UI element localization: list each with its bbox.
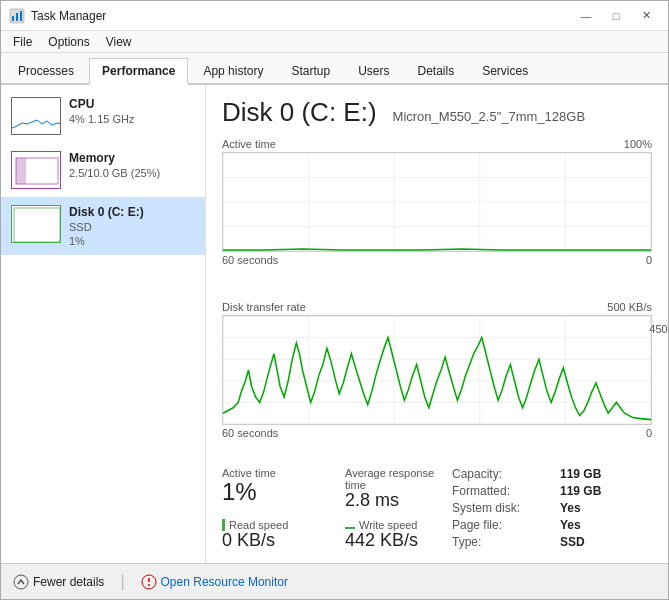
footer: Fewer details | Open Resource Monitor (1, 563, 668, 599)
active-time-svg (222, 152, 652, 252)
main-content: Disk 0 (C: E:) Micron_M550_2.5"_7mm_128G… (206, 85, 668, 563)
tab-services[interactable]: Services (469, 58, 541, 83)
memory-usage: 2.5/10.0 GB (25%) (69, 167, 195, 179)
tab-startup[interactable]: Startup (278, 58, 343, 83)
stats-right: Capacity: 119 GB Formatted: 119 GB Syste… (452, 467, 652, 551)
read-speed-value: 0 KB/s (222, 531, 329, 551)
chart1-top-right: 100% (624, 138, 652, 150)
chart1-top-label: Active time (222, 138, 276, 150)
content-area: CPU 4% 1.15 GHz Memory 2.5/10.0 GB (25%) (1, 85, 668, 563)
memory-mini-chart (11, 151, 61, 189)
chart1-bottom-right: 0 (646, 254, 652, 266)
formatted-label: Formatted: (452, 484, 552, 498)
svg-rect-3 (20, 11, 22, 21)
window-title: Task Manager (31, 9, 106, 23)
menu-view[interactable]: View (98, 33, 140, 51)
resource-monitor-label: Open Resource Monitor (161, 575, 288, 589)
chevron-up-icon (13, 574, 29, 590)
close-button[interactable]: ✕ (632, 6, 660, 26)
memory-info: Memory 2.5/10.0 GB (25%) (69, 151, 195, 179)
stats-section: Active time 1% Average response time 2.8… (222, 467, 652, 551)
minimize-button[interactable]: — (572, 6, 600, 26)
svg-rect-4 (12, 98, 61, 135)
chart2-bottom-left: 60 seconds (222, 427, 278, 439)
footer-separator: | (120, 573, 124, 591)
chart2-bottom-right: 0 (646, 427, 652, 439)
disk-info: Disk 0 (C: E:) SSD 1% (69, 205, 195, 247)
tab-details[interactable]: Details (404, 58, 467, 83)
page-file-value: Yes (560, 518, 581, 532)
chart1-bottom-left: 60 seconds (222, 254, 278, 266)
tab-processes[interactable]: Processes (5, 58, 87, 83)
formatted-row: Formatted: 119 GB (452, 484, 652, 498)
sidebar: CPU 4% 1.15 GHz Memory 2.5/10.0 GB (25%) (1, 85, 206, 563)
chart2-top-labels: Disk transfer rate 500 KB/s (222, 301, 652, 313)
disk-title: Disk 0 (C: E:) (222, 97, 377, 128)
system-disk-row: System disk: Yes (452, 501, 652, 515)
type-row: Type: SSD (452, 535, 652, 549)
resource-monitor-icon (141, 574, 157, 590)
type-value: SSD (560, 535, 585, 549)
capacity-label: Capacity: (452, 467, 552, 481)
disk-label: Disk 0 (C: E:) (69, 205, 195, 219)
disk-mini-chart (11, 205, 61, 243)
tab-users[interactable]: Users (345, 58, 402, 83)
formatted-value: 119 GB (560, 484, 601, 498)
capacity-value: 119 GB (560, 467, 601, 481)
taskmanager-icon (9, 8, 25, 24)
fewer-details-button[interactable]: Fewer details (13, 574, 104, 590)
chart2-top-right: 500 KB/s (607, 301, 652, 313)
transfer-rate-chart-container: Disk transfer rate 500 KB/s (222, 301, 652, 458)
stats-row-2: Read speed 0 KB/s Write speed 442 KB/s (222, 519, 452, 551)
svg-rect-18 (223, 316, 651, 424)
maximize-button[interactable]: □ (602, 6, 630, 26)
svg-point-27 (14, 575, 28, 589)
cpu-usage: 4% 1.15 GHz (69, 113, 195, 125)
svg-rect-9 (14, 208, 60, 242)
menu-options[interactable]: Options (40, 33, 97, 51)
active-time-stat: Active time 1% (222, 467, 329, 511)
sidebar-item-memory[interactable]: Memory 2.5/10.0 GB (25%) (1, 143, 205, 197)
memory-label: Memory (69, 151, 195, 165)
write-speed-value: 442 KB/s (345, 531, 452, 551)
sidebar-item-cpu[interactable]: CPU 4% 1.15 GHz (1, 89, 205, 143)
charts-section: Active time 100% (222, 138, 652, 457)
transfer-rate-svg (222, 315, 652, 425)
titlebar-buttons: — □ ✕ (572, 6, 660, 26)
sidebar-item-disk[interactable]: Disk 0 (C: E:) SSD 1% (1, 197, 205, 255)
tabbar: Processes Performance App history Startu… (1, 53, 668, 85)
system-disk-value: Yes (560, 501, 581, 515)
stats-left: Active time 1% Average response time 2.8… (222, 467, 452, 551)
avg-response-stat: Average response time 2.8 ms (345, 467, 452, 511)
menu-file[interactable]: File (5, 33, 40, 51)
capacity-row: Capacity: 119 GB (452, 467, 652, 481)
disk-type: SSD (69, 221, 195, 233)
active-time-chart-container: Active time 100% (222, 138, 652, 295)
write-speed-stat: Write speed 442 KB/s (345, 519, 452, 551)
page-file-row: Page file: Yes (452, 518, 652, 532)
cpu-info: CPU 4% 1.15 GHz (69, 97, 195, 125)
cpu-mini-chart (11, 97, 61, 135)
open-resource-monitor-link[interactable]: Open Resource Monitor (141, 574, 288, 590)
avg-response-label: Average response time (345, 467, 452, 491)
active-time-value: 1% (222, 479, 329, 505)
titlebar-left: Task Manager (9, 8, 106, 24)
stats-row-1: Active time 1% Average response time 2.8… (222, 467, 452, 511)
avg-response-value: 2.8 ms (345, 491, 452, 511)
svg-rect-1 (12, 16, 14, 21)
type-label: Type: (452, 535, 552, 549)
disk-usage: 1% (69, 235, 195, 247)
main-header: Disk 0 (C: E:) Micron_M550_2.5"_7mm_128G… (222, 97, 652, 128)
tab-performance[interactable]: Performance (89, 58, 188, 85)
tab-apphistory[interactable]: App history (190, 58, 276, 83)
page-file-label: Page file: (452, 518, 552, 532)
task-manager-window: Task Manager — □ ✕ File Options View Pro… (0, 0, 669, 600)
chart1-bottom-labels: 60 seconds 0 (222, 254, 652, 266)
system-disk-label: System disk: (452, 501, 552, 515)
read-speed-stat: Read speed 0 KB/s (222, 519, 329, 551)
svg-rect-2 (16, 13, 18, 21)
chart2-top-label: Disk transfer rate (222, 301, 306, 313)
menubar: File Options View (1, 31, 668, 53)
chart1-top-labels: Active time 100% (222, 138, 652, 150)
svg-rect-7 (16, 158, 26, 184)
